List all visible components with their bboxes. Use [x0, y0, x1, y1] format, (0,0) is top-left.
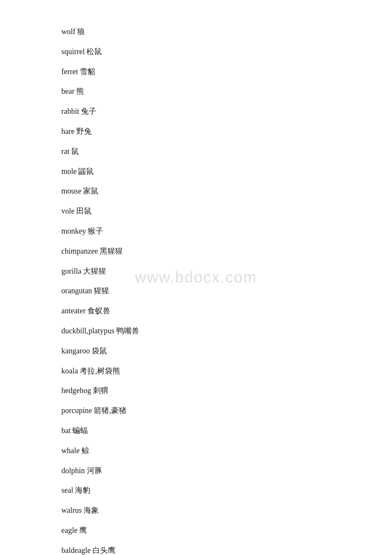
list-item: squirrel 松鼠 [61, 46, 331, 58]
list-item: seal 海豹 [61, 484, 331, 497]
list-item: mouse 家鼠 [61, 185, 331, 197]
content-area: wolf 狼squirrel 松鼠ferret 雪貂bear 熊rabbit 兔… [0, 0, 392, 555]
list-item: baldeagle 白头鹰 [61, 544, 331, 555]
list-item: rat 鼠 [61, 145, 331, 158]
list-item: monkey 猴子 [61, 225, 331, 237]
list-item: wolf 狼 [61, 26, 331, 38]
list-item: walrus 海象 [61, 504, 331, 517]
list-item: dolphin 河豚 [61, 465, 331, 477]
list-item: rabbit 兔子 [61, 105, 331, 118]
list-item: vole 田鼠 [61, 205, 331, 217]
list-item: eagle 鹰 [61, 524, 331, 537]
list-item: ferret 雪貂 [61, 66, 331, 78]
list-item: bear 熊 [61, 85, 331, 98]
animal-list: wolf 狼squirrel 松鼠ferret 雪貂bear 熊rabbit 兔… [61, 26, 331, 555]
list-item: gorilla 大猩猩 [61, 265, 331, 278]
list-item: bat 蝙蝠 [61, 425, 331, 437]
list-item: duckbill,platypus 鸭嘴兽 [61, 325, 331, 337]
list-item: kangaroo 袋鼠 [61, 345, 331, 357]
list-item: mole 鼹鼠 [61, 165, 331, 178]
list-item: whale 鲸 [61, 445, 331, 457]
list-item: chimpanzee 黑猩猩 [61, 245, 331, 257]
list-item: orangutan 猩猩 [61, 285, 331, 297]
list-item: hedgehog 刺猬 [61, 384, 331, 397]
list-item: koala 考拉,树袋熊 [61, 365, 331, 377]
list-item: anteater 食蚁兽 [61, 305, 331, 317]
list-item: hare 野兔 [61, 125, 331, 138]
list-item: porcupine 箭猪,豪猪 [61, 405, 331, 417]
